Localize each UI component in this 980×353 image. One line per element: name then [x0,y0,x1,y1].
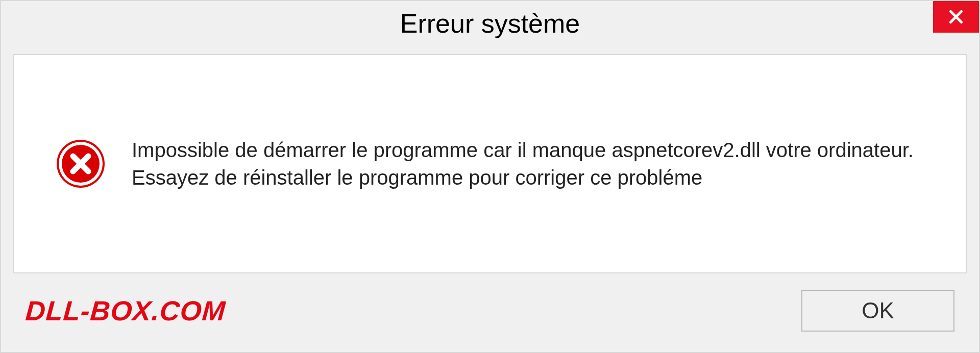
brand-text: DLL-BOX.COM [24,295,227,326]
error-dialog: Erreur système Impossible de démarrer le… [0,0,980,353]
close-button[interactable] [933,1,979,33]
error-message: Impossible de démarrer le programme car … [132,136,935,191]
close-icon [947,8,965,26]
content-area: Impossible de démarrer le programme car … [13,54,967,273]
ok-button[interactable]: OK [801,290,954,332]
error-icon [55,138,106,189]
dialog-title: Erreur système [400,8,580,39]
footer: DLL-BOX.COM OK [1,286,979,352]
titlebar: Erreur système [1,1,979,46]
